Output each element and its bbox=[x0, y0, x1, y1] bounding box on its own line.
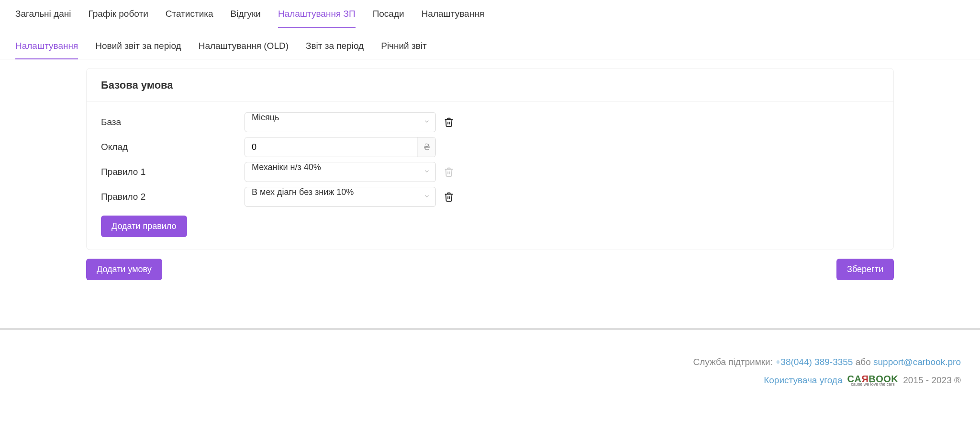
sub-tabs: НалаштуванняНовий звіт за періодНалаштув… bbox=[0, 28, 980, 59]
tab-5[interactable]: Посади bbox=[373, 6, 404, 28]
support-label: Служба підтримки: bbox=[693, 357, 775, 367]
subtab-0[interactable]: Налаштування bbox=[15, 39, 78, 59]
delete-rule-1-icon bbox=[443, 166, 455, 178]
footer-support-line: Служба підтримки: +38(044) 389-3355 або … bbox=[19, 357, 961, 367]
card-title: Базова умова bbox=[87, 68, 893, 102]
copyright: 2015 - 2023 ® bbox=[903, 375, 961, 386]
save-button[interactable]: Зберегти bbox=[836, 259, 894, 280]
tab-3[interactable]: Відгуки bbox=[231, 6, 261, 28]
label-rule-1: Правило 1 bbox=[101, 167, 245, 177]
tab-6[interactable]: Налаштування bbox=[422, 6, 484, 28]
select-base-wrap: Місяць bbox=[245, 112, 436, 132]
row-rule-1: Правило 1 Механіки н/з 40% bbox=[101, 162, 879, 182]
footer-line-2: Користувача угода CAЯBOOK cause we love … bbox=[19, 374, 961, 387]
select-base[interactable]: Місяць bbox=[245, 112, 436, 132]
select-rule-1-wrap: Механіки н/з 40% bbox=[245, 162, 436, 182]
select-rule-2[interactable]: В мех діагн без зниж 10% bbox=[245, 187, 436, 207]
salary-condition-card: Базова умова База Місяць Оклад bbox=[86, 68, 894, 250]
row-rule-2: Правило 2 В мех діагн без зниж 10% bbox=[101, 187, 879, 207]
label-base: База bbox=[101, 117, 245, 127]
support-or: або bbox=[856, 357, 873, 367]
row-salary: Оклад ₴ bbox=[101, 137, 879, 157]
subtab-4[interactable]: Річний звіт bbox=[381, 39, 427, 59]
tab-4[interactable]: Налаштування ЗП bbox=[278, 6, 356, 28]
subtab-1[interactable]: Новий звіт за період bbox=[95, 39, 181, 59]
add-condition-button[interactable]: Додати умову bbox=[86, 259, 162, 280]
footer: Служба підтримки: +38(044) 389-3355 або … bbox=[0, 330, 980, 401]
user-agreement-link[interactable]: Користувача угода bbox=[764, 375, 842, 386]
salary-input[interactable] bbox=[245, 137, 417, 157]
select-rule-2-wrap: В мех діагн без зниж 10% bbox=[245, 187, 436, 207]
salary-input-wrap: ₴ bbox=[245, 137, 436, 157]
tab-2[interactable]: Статистика bbox=[166, 6, 213, 28]
add-rule-button[interactable]: Додати правило bbox=[101, 216, 187, 237]
carbook-logo: CAЯBOOK cause we love the cars bbox=[847, 374, 899, 387]
label-rule-2: Правило 2 bbox=[101, 192, 245, 202]
row-base: База Місяць bbox=[101, 112, 879, 132]
tab-1[interactable]: Графік роботи bbox=[88, 6, 148, 28]
subtab-2[interactable]: Налаштування (OLD) bbox=[199, 39, 289, 59]
delete-rule-2-icon[interactable] bbox=[443, 191, 455, 203]
subtab-3[interactable]: Звіт за період bbox=[306, 39, 364, 59]
page-content: Базова умова База Місяць Оклад bbox=[0, 59, 980, 299]
carbook-logo-sub: cause we love the cars bbox=[847, 382, 899, 387]
page-actions: Додати умову Зберегти bbox=[86, 259, 894, 280]
currency-suffix: ₴ bbox=[417, 137, 435, 157]
support-phone-link[interactable]: +38(044) 389-3355 bbox=[775, 357, 853, 367]
delete-base-icon[interactable] bbox=[443, 116, 455, 128]
label-salary: Оклад bbox=[101, 142, 245, 152]
main-tabs: Загальні даніГрафік роботиСтатистикаВідг… bbox=[0, 0, 980, 28]
card-body: База Місяць Оклад ₴ bbox=[87, 102, 893, 250]
tab-0[interactable]: Загальні дані bbox=[15, 6, 71, 28]
select-rule-1[interactable]: Механіки н/з 40% bbox=[245, 162, 436, 182]
support-email-link[interactable]: support@carbook.pro bbox=[873, 357, 961, 367]
